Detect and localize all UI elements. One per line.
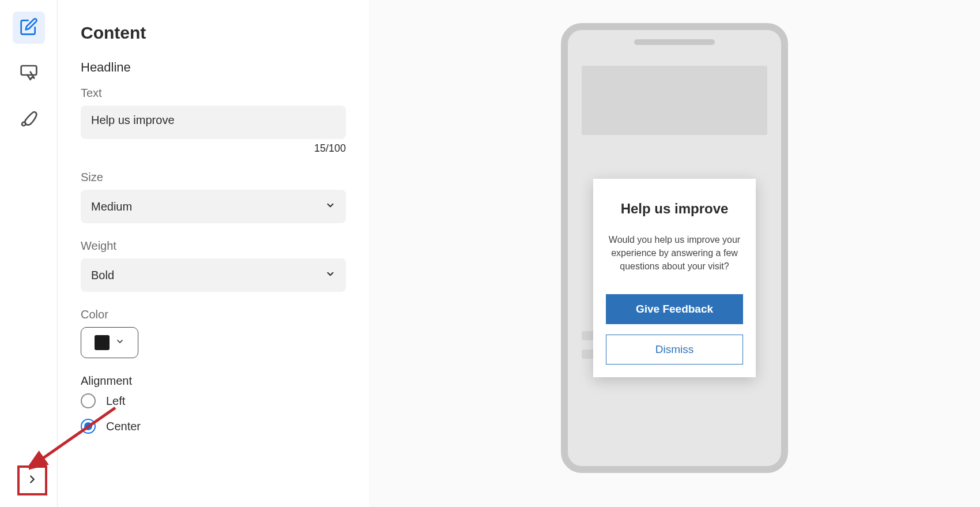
survey-body-text: Would you help us improve your experienc… bbox=[606, 233, 743, 273]
alignment-field-label: Alignment bbox=[81, 374, 346, 388]
svg-rect-0 bbox=[21, 66, 36, 75]
color-picker[interactable] bbox=[81, 327, 138, 358]
cursor-icon bbox=[20, 63, 38, 84]
survey-headline: Help us improve bbox=[606, 201, 743, 217]
radio-icon bbox=[81, 419, 96, 434]
expand-panel-button[interactable] bbox=[17, 465, 47, 495]
char-counter: 15/100 bbox=[81, 142, 346, 155]
size-select-value: Medium bbox=[91, 200, 132, 213]
rail-brush-button[interactable] bbox=[13, 104, 45, 136]
size-select[interactable]: Medium bbox=[81, 190, 346, 223]
weight-select-value: Bold bbox=[91, 269, 114, 282]
left-icon-rail bbox=[0, 0, 58, 507]
preview-area: Help us improve Would you help us improv… bbox=[369, 0, 980, 507]
brush-icon bbox=[20, 110, 38, 130]
text-field-label: Text bbox=[81, 87, 346, 100]
section-headline-label: Headline bbox=[81, 60, 346, 75]
dismiss-button[interactable]: Dismiss bbox=[606, 335, 743, 365]
chevron-right-icon bbox=[26, 473, 39, 488]
color-swatch bbox=[95, 335, 110, 350]
size-field-label: Size bbox=[81, 171, 346, 184]
alignment-center-label: Center bbox=[106, 420, 141, 433]
alignment-radio-left[interactable]: Left bbox=[81, 393, 346, 408]
panel-title: Content bbox=[81, 23, 346, 43]
alignment-radio-group: Left Center bbox=[81, 393, 346, 434]
give-feedback-button[interactable]: Give Feedback bbox=[606, 294, 743, 324]
chevron-down-icon bbox=[325, 269, 336, 282]
headline-text-input[interactable] bbox=[81, 106, 346, 139]
compose-icon bbox=[20, 17, 38, 38]
survey-popup: Help us improve Would you help us improv… bbox=[593, 179, 756, 377]
weight-field-label: Weight bbox=[81, 239, 346, 253]
rail-cursor-button[interactable] bbox=[13, 58, 45, 90]
chevron-down-icon bbox=[115, 337, 125, 348]
phone-speaker bbox=[634, 39, 715, 45]
content-panel: Content Headline Text 15/100 Size Medium… bbox=[58, 0, 369, 507]
alignment-radio-center[interactable]: Center bbox=[81, 419, 346, 434]
radio-icon bbox=[81, 393, 96, 408]
alignment-left-label: Left bbox=[106, 395, 125, 408]
chevron-down-icon bbox=[325, 200, 336, 213]
rail-content-button[interactable] bbox=[13, 12, 45, 44]
phone-screen: Help us improve Would you help us improv… bbox=[582, 66, 767, 452]
color-field-label: Color bbox=[81, 308, 346, 321]
weight-select[interactable]: Bold bbox=[81, 258, 346, 292]
placeholder-block bbox=[582, 66, 767, 135]
phone-frame: Help us improve Would you help us improv… bbox=[561, 23, 788, 473]
